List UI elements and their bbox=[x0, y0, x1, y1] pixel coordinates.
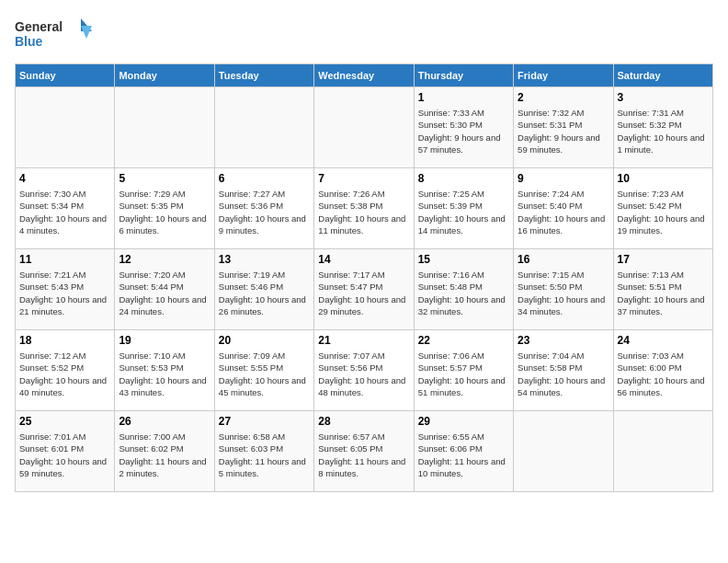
day-number: 21 bbox=[318, 334, 409, 347]
day-number: 2 bbox=[518, 91, 609, 104]
weekday-header-thursday: Thursday bbox=[414, 64, 513, 87]
day-info: Sunrise: 7:03 AMSunset: 6:00 PMDaylight:… bbox=[618, 350, 709, 398]
page-header: General Blue bbox=[15, 15, 713, 56]
svg-text:Blue: Blue bbox=[15, 34, 43, 49]
day-info: Sunrise: 7:09 AMSunset: 5:55 PMDaylight:… bbox=[219, 350, 310, 398]
calendar-cell: 3Sunrise: 7:31 AMSunset: 5:32 PMDaylight… bbox=[613, 87, 712, 168]
day-number: 13 bbox=[219, 253, 310, 266]
svg-marker-3 bbox=[81, 26, 92, 39]
weekday-header-sunday: Sunday bbox=[16, 64, 115, 87]
calendar-cell: 17Sunrise: 7:13 AMSunset: 5:51 PMDayligh… bbox=[613, 249, 712, 330]
calendar-cell: 20Sunrise: 7:09 AMSunset: 5:55 PMDayligh… bbox=[214, 330, 313, 411]
day-number: 6 bbox=[219, 172, 310, 185]
day-number: 10 bbox=[618, 172, 709, 185]
calendar-cell: 11Sunrise: 7:21 AMSunset: 5:43 PMDayligh… bbox=[16, 249, 115, 330]
day-info: Sunrise: 7:24 AMSunset: 5:40 PMDaylight:… bbox=[518, 188, 609, 236]
day-info: Sunrise: 7:07 AMSunset: 5:56 PMDaylight:… bbox=[318, 350, 409, 398]
calendar-cell: 13Sunrise: 7:19 AMSunset: 5:46 PMDayligh… bbox=[214, 249, 313, 330]
day-info: Sunrise: 7:16 AMSunset: 5:48 PMDaylight:… bbox=[418, 269, 509, 317]
day-number: 18 bbox=[19, 334, 110, 347]
calendar-cell: 18Sunrise: 7:12 AMSunset: 5:52 PMDayligh… bbox=[16, 330, 115, 411]
day-info: Sunrise: 7:25 AMSunset: 5:39 PMDaylight:… bbox=[418, 188, 509, 236]
day-info: Sunrise: 7:21 AMSunset: 5:43 PMDaylight:… bbox=[19, 269, 110, 317]
day-number: 23 bbox=[518, 334, 609, 347]
day-info: Sunrise: 7:19 AMSunset: 5:46 PMDaylight:… bbox=[219, 269, 310, 317]
calendar-week-row: 11Sunrise: 7:21 AMSunset: 5:43 PMDayligh… bbox=[16, 249, 713, 330]
calendar-cell: 19Sunrise: 7:10 AMSunset: 5:53 PMDayligh… bbox=[115, 330, 214, 411]
day-info: Sunrise: 7:17 AMSunset: 5:47 PMDaylight:… bbox=[318, 269, 409, 317]
calendar-cell bbox=[214, 87, 313, 168]
logo: General Blue bbox=[15, 15, 97, 56]
calendar-cell: 15Sunrise: 7:16 AMSunset: 5:48 PMDayligh… bbox=[414, 249, 513, 330]
calendar-cell: 24Sunrise: 7:03 AMSunset: 6:00 PMDayligh… bbox=[613, 330, 712, 411]
calendar-table: SundayMondayTuesdayWednesdayThursdayFrid… bbox=[15, 63, 713, 492]
day-info: Sunrise: 7:00 AMSunset: 6:02 PMDaylight:… bbox=[119, 431, 210, 479]
calendar-cell: 28Sunrise: 6:57 AMSunset: 6:05 PMDayligh… bbox=[314, 411, 414, 492]
calendar-cell: 4Sunrise: 7:30 AMSunset: 5:34 PMDaylight… bbox=[16, 168, 115, 249]
day-info: Sunrise: 7:27 AMSunset: 5:36 PMDaylight:… bbox=[219, 188, 310, 236]
weekday-header-tuesday: Tuesday bbox=[214, 64, 313, 87]
day-number: 14 bbox=[318, 253, 409, 266]
day-number: 4 bbox=[19, 172, 110, 185]
day-info: Sunrise: 7:29 AMSunset: 5:35 PMDaylight:… bbox=[119, 188, 210, 236]
day-number: 29 bbox=[418, 415, 509, 428]
calendar-cell: 6Sunrise: 7:27 AMSunset: 5:36 PMDaylight… bbox=[214, 168, 313, 249]
calendar-cell: 1Sunrise: 7:33 AMSunset: 5:30 PMDaylight… bbox=[414, 87, 513, 168]
calendar-cell: 26Sunrise: 7:00 AMSunset: 6:02 PMDayligh… bbox=[115, 411, 214, 492]
weekday-header-wednesday: Wednesday bbox=[314, 64, 414, 87]
calendar-cell: 9Sunrise: 7:24 AMSunset: 5:40 PMDaylight… bbox=[514, 168, 613, 249]
calendar-cell: 8Sunrise: 7:25 AMSunset: 5:39 PMDaylight… bbox=[414, 168, 513, 249]
weekday-header-friday: Friday bbox=[514, 64, 613, 87]
calendar-cell: 25Sunrise: 7:01 AMSunset: 6:01 PMDayligh… bbox=[16, 411, 115, 492]
day-number: 3 bbox=[618, 91, 709, 104]
svg-text:General: General bbox=[15, 19, 63, 34]
day-number: 11 bbox=[19, 253, 110, 266]
day-info: Sunrise: 6:57 AMSunset: 6:05 PMDaylight:… bbox=[318, 431, 409, 479]
day-info: Sunrise: 7:13 AMSunset: 5:51 PMDaylight:… bbox=[618, 269, 709, 317]
day-info: Sunrise: 7:30 AMSunset: 5:34 PMDaylight:… bbox=[19, 188, 110, 236]
day-info: Sunrise: 7:31 AMSunset: 5:32 PMDaylight:… bbox=[618, 107, 709, 155]
day-number: 15 bbox=[418, 253, 509, 266]
day-info: Sunrise: 7:01 AMSunset: 6:01 PMDaylight:… bbox=[19, 431, 110, 479]
day-number: 24 bbox=[618, 334, 709, 347]
weekday-header-monday: Monday bbox=[115, 64, 214, 87]
day-number: 12 bbox=[119, 253, 210, 266]
day-number: 19 bbox=[119, 334, 210, 347]
calendar-cell: 23Sunrise: 7:04 AMSunset: 5:58 PMDayligh… bbox=[514, 330, 613, 411]
day-info: Sunrise: 7:10 AMSunset: 5:53 PMDaylight:… bbox=[119, 350, 210, 398]
day-info: Sunrise: 7:33 AMSunset: 5:30 PMDaylight:… bbox=[418, 107, 509, 155]
day-info: Sunrise: 7:20 AMSunset: 5:44 PMDaylight:… bbox=[119, 269, 210, 317]
day-number: 8 bbox=[418, 172, 509, 185]
day-info: Sunrise: 6:58 AMSunset: 6:03 PMDaylight:… bbox=[219, 431, 310, 479]
day-number: 7 bbox=[318, 172, 409, 185]
calendar-cell: 2Sunrise: 7:32 AMSunset: 5:31 PMDaylight… bbox=[514, 87, 613, 168]
calendar-cell: 12Sunrise: 7:20 AMSunset: 5:44 PMDayligh… bbox=[115, 249, 214, 330]
day-number: 20 bbox=[219, 334, 310, 347]
calendar-cell: 27Sunrise: 6:58 AMSunset: 6:03 PMDayligh… bbox=[214, 411, 313, 492]
calendar-week-row: 25Sunrise: 7:01 AMSunset: 6:01 PMDayligh… bbox=[16, 411, 713, 492]
calendar-cell bbox=[314, 87, 414, 168]
weekday-header-saturday: Saturday bbox=[613, 64, 712, 87]
calendar-cell: 29Sunrise: 6:55 AMSunset: 6:06 PMDayligh… bbox=[414, 411, 513, 492]
calendar-cell: 16Sunrise: 7:15 AMSunset: 5:50 PMDayligh… bbox=[514, 249, 613, 330]
day-info: Sunrise: 7:04 AMSunset: 5:58 PMDaylight:… bbox=[518, 350, 609, 398]
day-number: 1 bbox=[418, 91, 509, 104]
calendar-cell: 10Sunrise: 7:23 AMSunset: 5:42 PMDayligh… bbox=[613, 168, 712, 249]
day-info: Sunrise: 7:32 AMSunset: 5:31 PMDaylight:… bbox=[518, 107, 609, 155]
calendar-cell: 5Sunrise: 7:29 AMSunset: 5:35 PMDaylight… bbox=[115, 168, 214, 249]
calendar-cell bbox=[613, 411, 712, 492]
day-number: 17 bbox=[618, 253, 709, 266]
day-number: 28 bbox=[318, 415, 409, 428]
logo-icon: General Blue bbox=[15, 15, 97, 56]
day-number: 27 bbox=[219, 415, 310, 428]
day-number: 22 bbox=[418, 334, 509, 347]
day-info: Sunrise: 7:06 AMSunset: 5:57 PMDaylight:… bbox=[418, 350, 509, 398]
calendar-cell bbox=[514, 411, 613, 492]
calendar-week-row: 1Sunrise: 7:33 AMSunset: 5:30 PMDaylight… bbox=[16, 87, 713, 168]
day-info: Sunrise: 7:15 AMSunset: 5:50 PMDaylight:… bbox=[518, 269, 609, 317]
weekday-header-row: SundayMondayTuesdayWednesdayThursdayFrid… bbox=[16, 64, 713, 87]
day-info: Sunrise: 7:26 AMSunset: 5:38 PMDaylight:… bbox=[318, 188, 409, 236]
day-number: 9 bbox=[518, 172, 609, 185]
calendar-week-row: 4Sunrise: 7:30 AMSunset: 5:34 PMDaylight… bbox=[16, 168, 713, 249]
calendar-cell: 21Sunrise: 7:07 AMSunset: 5:56 PMDayligh… bbox=[314, 330, 414, 411]
